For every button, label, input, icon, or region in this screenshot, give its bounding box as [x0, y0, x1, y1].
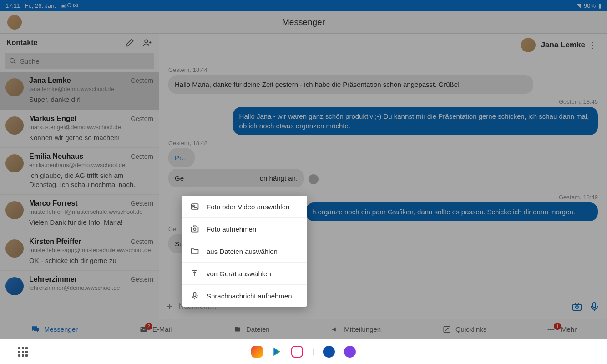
announcements-icon	[330, 325, 340, 334]
folder-icon	[190, 247, 199, 256]
search-icon	[9, 57, 16, 65]
message-timestamp: Gestern, 18:44	[168, 66, 598, 73]
more-icon[interactable]: ⋮	[585, 40, 600, 51]
search-placeholder: Suche	[20, 57, 40, 65]
contacts-sidebar: Kontakte Suche Jana LemkeGestern jana.le…	[0, 34, 159, 318]
settings-icon[interactable]	[323, 346, 335, 358]
svg-point-3	[576, 306, 578, 308]
contact-item[interactable]: Marco ForrestGestern musterlehrer-f@must…	[0, 195, 159, 233]
popup-voice-message[interactable]: Sprachnachricht aufnehmen	[182, 285, 307, 307]
camera-icon[interactable]	[572, 301, 582, 312]
nav-quicklinks[interactable]: Quicklinks	[442, 325, 486, 334]
nav-messenger[interactable]: Messenger	[30, 325, 78, 334]
contact-item[interactable]: Jana LemkeGestern jana.lemke@demo.wwscho…	[0, 72, 159, 110]
svg-rect-2	[573, 304, 581, 310]
popup-from-device[interactable]: von Gerät auswählen	[182, 263, 307, 285]
status-date: Fr., 26. Jan.	[25, 2, 56, 9]
avatar	[5, 277, 24, 295]
attachment-menu: Foto oder Video auswählen Foto aufnehmen…	[182, 196, 307, 307]
chat-partner-name: Jana Lemke	[541, 40, 585, 50]
wifi-icon: ◥	[577, 2, 581, 9]
battery-text: 90%	[584, 2, 596, 9]
avatar	[5, 154, 24, 172]
chat-partner-avatar[interactable]	[521, 38, 536, 52]
battery-icon: ▮	[598, 2, 602, 9]
quicklinks-icon	[442, 325, 452, 334]
gmail-icon[interactable]	[251, 346, 263, 358]
contact-item[interactable]: Emilia NeuhausGestern emilia.neuhaus@dem…	[0, 148, 159, 195]
nav-email[interactable]: 2 E-Mail	[139, 325, 172, 334]
app-header: Messenger	[0, 11, 607, 34]
contact-item[interactable]: Markus EngelGestern markus.engel@demo.ww…	[0, 110, 159, 148]
search-input[interactable]: Suche	[5, 53, 154, 69]
app-icon[interactable]	[344, 346, 356, 358]
avatar	[5, 116, 24, 135]
bottom-nav: Messenger 2 E-Mail Dateien Mitteilungen …	[0, 318, 607, 339]
contact-list: Jana LemkeGestern jana.lemke@demo.wwscho…	[0, 72, 159, 318]
status-time: 17:11	[5, 2, 20, 9]
status-app-icons: ▣ G ⋈	[61, 2, 78, 9]
popup-photo-video[interactable]: Foto oder Video auswählen	[182, 196, 307, 218]
svg-point-9	[194, 228, 196, 230]
message-file-attachment[interactable]: Pr…	[168, 148, 195, 167]
svg-rect-4	[593, 303, 596, 308]
chat-header: Jana Lemke ⋮	[159, 34, 607, 56]
avatar	[5, 78, 24, 96]
message-outgoing: Hallo Jana - wir waren ganz schön produk…	[233, 107, 598, 135]
play-icon[interactable]	[272, 346, 282, 357]
files-icon	[233, 325, 243, 334]
upload-icon	[190, 269, 199, 278]
nav-dateien[interactable]: Dateien	[233, 325, 270, 334]
more-icon: •••1	[547, 325, 557, 334]
android-status-bar: 17:11 Fr., 26. Jan. ▣ G ⋈ ◥ 90% ▮	[0, 0, 607, 11]
microphone-icon	[190, 291, 199, 300]
contact-item[interactable]: LehrerzimmerGestern lehrerzimmer@demo.ww…	[0, 271, 159, 301]
svg-point-0	[145, 40, 148, 43]
apps-icon[interactable]	[18, 347, 28, 357]
message-outgoing: h ergänze noch ein paar Grafiken, dann s…	[306, 202, 598, 221]
image-icon	[190, 202, 199, 211]
android-nav-bar: |	[0, 339, 607, 364]
sidebar-title: Kontakte	[6, 39, 37, 47]
app-title: Messenger	[282, 17, 325, 27]
camera-icon	[190, 224, 199, 233]
nav-mehr[interactable]: •••1 Mehr	[547, 325, 577, 334]
messenger-icon	[30, 325, 40, 334]
email-icon: 2	[139, 325, 149, 334]
add-contact-icon[interactable]	[142, 38, 152, 47]
message-incoming: Ge on hängt an.	[168, 169, 304, 187]
contact-item[interactable]: Kirsten PfeifferGestern musterlehrer-app…	[0, 233, 159, 271]
svg-rect-10	[194, 293, 196, 297]
svg-rect-8	[192, 227, 198, 232]
avatar	[5, 239, 24, 258]
microphone-icon[interactable]	[589, 301, 600, 312]
popup-from-files[interactable]: aus Dateien auswählen	[182, 240, 307, 263]
message-timestamp: Gestern, 18:45	[168, 98, 598, 105]
message-timestamp: Gestern, 18:48	[168, 140, 598, 147]
nav-mitteilungen[interactable]: Mitteilungen	[330, 325, 381, 334]
svg-point-1	[10, 58, 14, 62]
message-status-icon	[309, 174, 319, 184]
popup-take-photo[interactable]: Foto aufnehmen	[182, 218, 307, 240]
attach-button[interactable]: +	[167, 301, 172, 313]
edit-icon[interactable]	[125, 38, 134, 47]
app-icon[interactable]	[291, 346, 303, 358]
user-avatar[interactable]	[7, 15, 22, 30]
avatar	[5, 201, 24, 219]
message-incoming: Hallo Maria, danke für deine Zeit gester…	[168, 75, 533, 94]
